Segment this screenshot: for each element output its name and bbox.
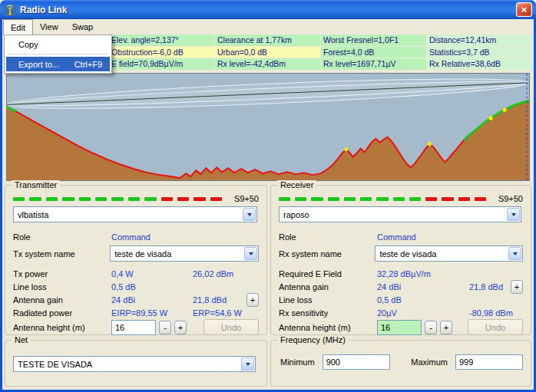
rx-signal-meter	[279, 197, 486, 201]
tx-system-combo[interactable]: teste de visada	[110, 245, 259, 262]
tx-antenna-height-label: Antenna height (m)	[13, 323, 111, 332]
rx-signal-row: S9+50	[279, 193, 523, 204]
rx-height-minus-button[interactable]: -	[425, 321, 437, 334]
chevron-down-icon[interactable]	[507, 208, 520, 221]
tx-height-minus-button[interactable]: -	[159, 321, 171, 334]
frequency-maximum-input[interactable]	[455, 354, 523, 370]
tx-antenna-gain-dbd: 21,8 dBd	[193, 295, 227, 305]
rx-required-field-row: Required E Field 32,28 dBµV/m	[279, 267, 523, 280]
menu-swap[interactable]: Swap	[65, 19, 101, 35]
info-cell: E field=70,9dBµV/m	[109, 58, 214, 70]
tx-signal-label: S9+50	[230, 194, 259, 203]
signal-dash-red	[194, 197, 205, 201]
info-cell: Statistics=3,7 dB	[427, 47, 532, 58]
tx-radiated-power-label: Radiated power	[13, 308, 111, 318]
tx-power-label: Tx power	[13, 269, 111, 278]
tx-height-input[interactable]	[111, 320, 156, 335]
signal-dash-red	[177, 197, 189, 201]
signal-dash-green	[393, 197, 405, 201]
transmitter-group-title: Transmitter	[12, 180, 60, 189]
chevron-down-icon[interactable]	[243, 208, 256, 221]
rx-signal-label: S9+50	[494, 194, 523, 203]
rx-line-loss-label: Line loss	[279, 295, 377, 305]
radio-link-window: Radio Link × Edit View Swap Copy Export …	[0, 0, 536, 392]
signal-dash-green	[79, 197, 91, 201]
rx-height-plus-button[interactable]: +	[440, 321, 452, 334]
info-cell: Rx level=1697,71µV	[321, 58, 426, 70]
rx-undo-button[interactable]: Undo	[468, 319, 523, 335]
net-combo[interactable]: TESTE DE VISADA	[13, 356, 256, 372]
menu-item-export-label: Export to...	[18, 60, 59, 69]
menu-item-export-shortcut: Ctrl+F9	[74, 60, 102, 69]
frequency-row: Minimum Maximum	[280, 354, 523, 370]
frequency-group: Frequency (MHz) Minimum Maximum	[270, 340, 531, 387]
signal-dash-green	[360, 197, 372, 201]
signal-dash-green	[144, 197, 156, 201]
tx-role-value: Command	[111, 232, 193, 242]
chevron-down-icon[interactable]	[244, 247, 257, 260]
profile-chart[interactable]	[6, 73, 530, 181]
tx-power-watts: 0,4 W	[111, 269, 193, 278]
tx-system-name-label: Tx system name	[13, 249, 110, 259]
rx-antenna-gain-dbi: 24 dBi	[377, 282, 469, 292]
frequency-minimum-input[interactable]	[323, 354, 390, 370]
info-cell: Obstruction=-6,0 dB	[109, 47, 214, 58]
tx-unit-combo[interactable]: vlbatista	[13, 206, 257, 222]
tx-power-dbm: 26,02 dBm	[193, 269, 233, 278]
tx-signal-row: S9+50	[13, 193, 259, 204]
rx-role-label: Role	[279, 232, 377, 242]
chevron-down-icon[interactable]	[241, 357, 254, 371]
rx-system-combo[interactable]: teste de visada	[375, 245, 523, 262]
signal-dash-red	[475, 197, 486, 201]
signal-dash-red	[161, 197, 173, 201]
tx-antenna-plus-button[interactable]: +	[246, 293, 259, 307]
signal-dash-green	[295, 197, 306, 201]
receiver-group: Receiver S9+50 raposo Role Command Rx sy…	[270, 185, 531, 335]
tx-undo-button[interactable]: Undo	[203, 319, 259, 335]
chevron-down-icon[interactable]	[508, 247, 521, 260]
info-cell: Urban=0,0 dB	[215, 47, 320, 58]
signal-dash-green	[111, 197, 123, 201]
signal-dash-red	[442, 197, 453, 201]
chevron-down-glyph	[249, 252, 253, 255]
rx-required-field-value: 32,28 dBµV/m	[377, 269, 469, 278]
signal-dash-green	[344, 197, 356, 201]
rx-antenna-gain-dbd: 21,8 dBd	[469, 282, 503, 292]
tx-antenna-gain-row: Antenna gain 24 dBi 21,8 dBd +	[13, 293, 259, 306]
chevron-down-glyph	[513, 252, 518, 255]
menu-separator	[8, 54, 108, 54]
terrain-profile-svg	[7, 74, 529, 180]
tx-eirp-value: EIRP=89,55 W	[111, 308, 193, 318]
close-button[interactable]: ×	[516, 2, 532, 17]
tx-height-plus-button[interactable]: +	[174, 321, 187, 334]
tx-system-combo-value: teste de visada	[114, 249, 171, 259]
net-group-title: Net	[12, 335, 31, 344]
chevron-down-glyph	[247, 213, 252, 216]
rx-antenna-plus-button[interactable]: +	[511, 280, 523, 294]
app-icon[interactable]	[4, 4, 16, 16]
tx-antenna-gain-label: Antenna gain	[13, 295, 111, 305]
client-area: Edit View Swap Copy Export to... Ctrl+F9…	[2, 19, 534, 390]
tx-role-label: Role	[13, 232, 111, 242]
signal-dash-green	[46, 197, 58, 201]
title-bar[interactable]: Radio Link ×	[0, 0, 536, 19]
signal-dash-green	[328, 197, 339, 201]
menu-edit[interactable]: Edit	[3, 19, 33, 35]
tx-signal-meter	[13, 197, 222, 201]
rx-system-row: Rx system name teste de visada	[279, 245, 523, 262]
menu-item-copy[interactable]: Copy	[6, 37, 110, 51]
rx-height-input[interactable]	[377, 320, 422, 335]
net-combo-value: TESTE DE VISADA	[18, 360, 92, 369]
rx-unit-combo[interactable]: raposo	[279, 206, 521, 222]
menu-view[interactable]: View	[33, 19, 65, 35]
rx-unit-combo-value: raposo	[283, 210, 309, 219]
signal-dash-red	[458, 197, 470, 201]
menu-item-export-to[interactable]: Export to... Ctrl+F9	[6, 57, 110, 71]
window-title: Radio Link	[20, 5, 512, 15]
signal-dash-green	[62, 197, 74, 201]
tx-line-loss-value: 0,5 dB	[111, 282, 193, 292]
info-cell: Clearance at 1,77km	[215, 35, 320, 46]
tx-erp-value: ERP=54,6 W	[193, 308, 242, 318]
tx-line-loss-row: Line loss 0,5 dB	[13, 280, 259, 293]
signal-dash-green	[13, 197, 25, 201]
